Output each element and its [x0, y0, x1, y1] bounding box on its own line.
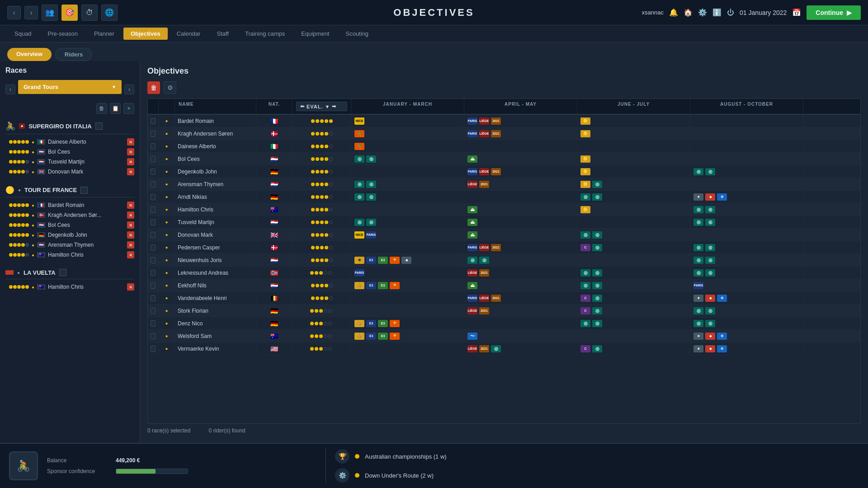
row-jun-12: ◎◎: [577, 267, 690, 279]
row-eval-17: ·: [292, 330, 351, 342]
row-icon-1: ●: [159, 127, 175, 140]
vuelta-checkbox[interactable]: [59, 269, 66, 276]
bell-icon[interactable]: 🔔: [669, 8, 678, 17]
back-button[interactable]: ‹: [7, 6, 21, 19]
row-eval-0: [292, 115, 351, 127]
globe-icon-btn[interactable]: 🌐: [101, 5, 118, 21]
race-dropdown[interactable]: Grand Tours ▼: [18, 80, 122, 94]
row-eval-13: [292, 279, 351, 291]
row-check-4[interactable]: [148, 165, 159, 178]
remove-bol-tdf[interactable]: ✕: [127, 221, 134, 229]
confidence-label: Sponsor confidence: [47, 468, 110, 474]
squad-icon-btn[interactable]: 👥: [42, 5, 58, 21]
pill-riders[interactable]: Riders: [55, 48, 92, 61]
tab-planner[interactable]: Planner: [87, 28, 122, 40]
home-icon[interactable]: 🏠: [684, 8, 693, 17]
top-bar: ‹ › 👥 🎯 ⏱ 🌐 OBJECTIVES xsannac 🔔 🏠 ⚙️ ℹ️…: [0, 0, 868, 25]
objectives-icon-btn[interactable]: 🎯: [61, 5, 78, 21]
row-check-18[interactable]: [148, 343, 159, 355]
row-icon-8: ●: [159, 216, 175, 228]
continue-button[interactable]: Continue ▶: [807, 5, 861, 20]
row-check-15[interactable]: [148, 305, 159, 317]
row-icon-13: ●: [159, 279, 175, 291]
giro-name: SUPERGIRO DI ITALIA: [28, 123, 91, 130]
race-add-btn[interactable]: +: [123, 103, 134, 114]
remove-bol-giro[interactable]: ✕: [127, 148, 134, 155]
eval-filter[interactable]: ⬅ Eval. ▼ ➡: [296, 102, 347, 111]
tab-objectives[interactable]: Objectives: [123, 28, 168, 40]
username-display: xsannac: [642, 9, 664, 16]
pill-overview[interactable]: Overview: [7, 48, 52, 61]
info-icon[interactable]: ℹ️: [712, 8, 722, 17]
row-apr-6: [464, 191, 577, 203]
row-nat-15: 🇩🇪: [256, 305, 292, 317]
confidence-fill: [116, 469, 156, 474]
remove-arensman-tdf[interactable]: ✕: [127, 241, 134, 249]
row-check-16[interactable]: [148, 317, 159, 329]
tab-staff[interactable]: Staff: [209, 28, 236, 40]
remove-bardet-tdf[interactable]: ✕: [127, 202, 134, 209]
row-icon-11: ●: [159, 254, 175, 266]
table-body: ● Bardet Romain 🇫🇷 NICE PARISLIÈGE2021 🟡…: [148, 115, 860, 355]
tab-equipment[interactable]: Equipment: [294, 28, 336, 40]
row-check-9[interactable]: [148, 229, 159, 241]
row-check-14[interactable]: [148, 292, 159, 304]
row-icon-0: ●: [159, 115, 175, 127]
row-check-2[interactable]: [148, 140, 159, 152]
clock-icon-btn[interactable]: ⏱: [81, 5, 98, 21]
left-panel: Races ‹ Grand Tours ▼ › 🗑 📋 +: [0, 61, 140, 443]
view-pills: Overview Riders: [0, 42, 868, 61]
row-nat-1: 🇩🇰: [256, 127, 292, 140]
row-check-7[interactable]: [148, 203, 159, 216]
row-check-0[interactable]: [148, 115, 159, 127]
giro-checkbox[interactable]: [95, 122, 103, 130]
remove-donovan-giro[interactable]: ✕: [127, 168, 134, 175]
tab-scouting[interactable]: Scouting: [338, 28, 376, 40]
row-nat-18: 🇺🇸: [256, 343, 292, 355]
forward-button[interactable]: ›: [24, 6, 38, 19]
row-check-1[interactable]: [148, 127, 159, 140]
calendar-icon[interactable]: 📅: [792, 8, 801, 17]
obj-delete-btn[interactable]: 🗑: [147, 81, 160, 94]
table-row: ● Donovan Mark 🇬🇧 NICEPARIS ⛰ ◎◎: [148, 229, 860, 241]
obj-settings-btn[interactable]: ⚙: [164, 81, 176, 94]
row-icon-12: ●: [159, 267, 175, 279]
row-icon-18: ●: [159, 343, 175, 355]
power-icon[interactable]: ⏻: [727, 9, 734, 17]
row-jan-16: 🚴E3E3🏆: [351, 317, 464, 329]
row-aug-5: [690, 178, 803, 190]
race-delete-btn[interactable]: 🗑: [96, 103, 107, 114]
row-check-5[interactable]: [148, 178, 159, 190]
row-name-15: Stork Florian: [175, 305, 256, 317]
remove-hamilton-tdf[interactable]: ✕: [127, 251, 134, 258]
row-jun-0: 🟡: [577, 115, 690, 127]
settings-icon[interactable]: ⚙️: [698, 8, 707, 17]
row-check-12[interactable]: [148, 267, 159, 279]
name-bol-giro: Bol Cees: [48, 149, 124, 155]
remove-kragh-tdf[interactable]: ✕: [127, 211, 134, 219]
tab-preseason[interactable]: Pre-season: [41, 28, 85, 40]
row-check-13[interactable]: [148, 279, 159, 291]
tab-calendar[interactable]: Calendar: [170, 28, 208, 40]
row-check-8[interactable]: [148, 216, 159, 228]
remove-dainese-giro[interactable]: ✕: [127, 138, 134, 145]
row-check-17[interactable]: [148, 330, 159, 342]
tab-training-camps[interactable]: Training camps: [238, 28, 292, 40]
table-row: ● Pedersen Casper 🇩🇰 PARISLIÈGE2021 C◎ ◎…: [148, 241, 860, 254]
race-next-btn[interactable]: ›: [124, 84, 134, 94]
remove-degenkolb-tdf[interactable]: ✕: [127, 231, 134, 239]
remove-tusveld-giro[interactable]: ✕: [127, 158, 134, 165]
row-name-10: Pedersen Casper: [175, 241, 256, 253]
rider-donovan-giro: ● 🇬🇧 Donovan Mark ✕: [5, 167, 134, 177]
row-check-10[interactable]: [148, 241, 159, 253]
obj-item-2: ⚙️ Down Under's Route (2 w): [335, 468, 859, 483]
race-prev-btn[interactable]: ‹: [5, 84, 15, 94]
remove-hamilton-vuelta[interactable]: ✕: [127, 283, 134, 291]
tab-squad[interactable]: Squad: [7, 28, 39, 40]
race-copy-btn[interactable]: 📋: [110, 103, 121, 114]
vuelta-icon: [5, 270, 14, 275]
tdf-checkbox[interactable]: [80, 187, 88, 194]
row-check-3[interactable]: [148, 153, 159, 165]
row-check-6[interactable]: [148, 191, 159, 203]
row-check-11[interactable]: [148, 254, 159, 266]
